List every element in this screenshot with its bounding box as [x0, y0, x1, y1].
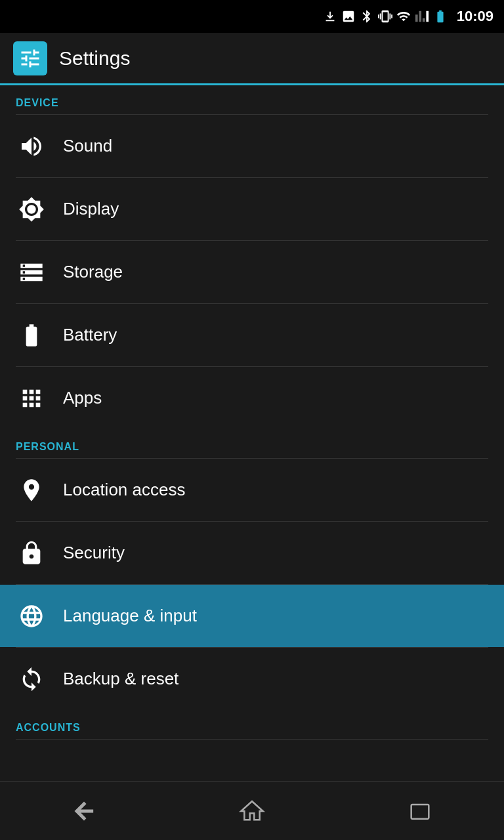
image-icon — [341, 9, 356, 24]
language-label: Language & input — [63, 606, 197, 626]
section-header-accounts: ACCOUNTS — [0, 710, 504, 739]
storage-label: Storage — [63, 262, 123, 282]
recents-button[interactable] — [394, 791, 446, 831]
settings-item-location[interactable]: Location access — [0, 459, 504, 521]
settings-item-display[interactable]: Display — [0, 178, 504, 240]
divider-accounts — [16, 739, 488, 740]
back-icon — [71, 798, 97, 824]
recents-icon — [407, 798, 433, 824]
display-icon — [16, 194, 47, 225]
settings-item-language[interactable]: Language & input — [0, 585, 504, 647]
location-icon — [16, 474, 47, 506]
section-header-personal: PERSONAL — [0, 429, 504, 458]
battery-icon — [16, 320, 47, 351]
battery-status-icon — [433, 9, 448, 24]
home-icon — [239, 798, 265, 824]
settings-item-battery[interactable]: Battery — [0, 304, 504, 366]
location-label: Location access — [63, 480, 185, 500]
apps-label: Apps — [63, 388, 102, 408]
settings-icon-svg — [18, 47, 42, 70]
settings-app-icon — [13, 41, 47, 75]
status-time: 10:09 — [457, 8, 494, 25]
signal-icon — [415, 9, 429, 24]
status-bar: 10:09 — [0, 0, 504, 33]
backup-label: Backup & reset — [63, 669, 178, 689]
svg-rect-0 — [411, 805, 429, 819]
settings-item-apps[interactable]: Apps — [0, 367, 504, 429]
settings-item-sound[interactable]: Sound — [0, 115, 504, 177]
settings-item-storage[interactable]: Storage — [0, 241, 504, 303]
sound-icon — [16, 131, 47, 162]
status-icons — [323, 9, 448, 24]
back-button[interactable] — [58, 791, 110, 831]
section-header-device: DEVICE — [0, 85, 504, 114]
apps-icon — [16, 383, 47, 414]
settings-item-backup[interactable]: Backup & reset — [0, 648, 504, 710]
sound-label: Sound — [63, 136, 112, 156]
language-icon — [16, 600, 47, 632]
storage-icon — [16, 257, 47, 288]
backup-icon — [16, 663, 47, 695]
wifi-icon — [396, 9, 411, 24]
home-button[interactable] — [226, 791, 278, 831]
battery-label: Battery — [63, 325, 117, 345]
app-bar: Settings — [0, 33, 504, 85]
settings-item-security[interactable]: Security — [0, 522, 504, 584]
app-bar-title: Settings — [59, 47, 130, 70]
settings-content: DEVICE Sound Display Storage Battery — [0, 85, 504, 781]
security-icon — [16, 537, 47, 569]
bluetooth-icon — [360, 9, 374, 24]
security-label: Security — [63, 543, 125, 563]
display-label: Display — [63, 199, 119, 219]
vibrate-icon — [378, 9, 392, 24]
nav-bar — [0, 781, 504, 840]
download-icon — [323, 9, 337, 24]
